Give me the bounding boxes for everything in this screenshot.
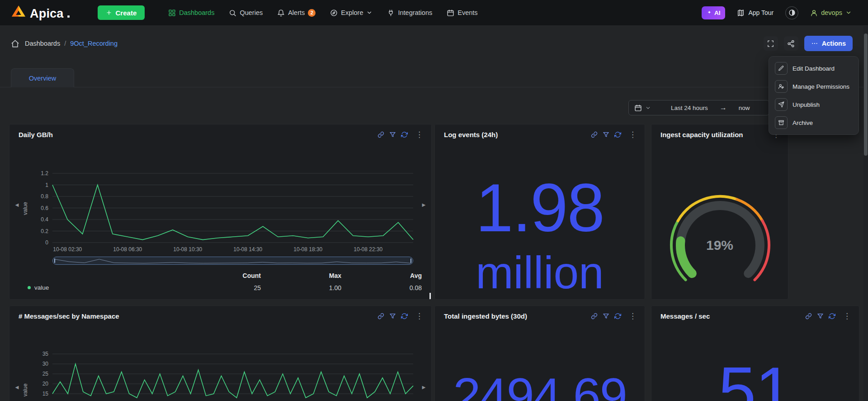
chart-prev-arrow[interactable]: ◄ <box>13 200 21 209</box>
brush-handle-right[interactable] <box>410 258 411 263</box>
main-nav: Dashboards Queries Alerts 2 Explore Inte… <box>168 9 477 17</box>
panel-messages-per-sec: Messages / sec ⋮ 51 <box>651 306 859 401</box>
panel-refresh-icon[interactable] <box>614 313 621 320</box>
nav-item-dashboards[interactable]: Dashboards <box>168 9 214 17</box>
user-menu[interactable]: devops <box>810 9 852 17</box>
menu-item-unpublish[interactable]: Unpublish <box>772 95 856 114</box>
integrations-icon <box>387 9 395 17</box>
breadcrumb-row: Dashboards / 9Oct_Recording Actions <box>0 34 868 53</box>
chart-next-arrow[interactable]: ► <box>420 200 428 209</box>
app-tour-button[interactable]: App Tour <box>737 9 774 17</box>
expand-icon <box>767 40 774 48</box>
dashboard-toolbar: Actions <box>764 36 853 51</box>
menu-item-edit-dashboard[interactable]: Edit Dashboard <box>772 59 856 77</box>
actions-button-label: Actions <box>822 40 846 47</box>
panel-link-icon[interactable] <box>377 131 384 138</box>
search-icon <box>229 9 236 17</box>
scrollbar-thumb[interactable] <box>864 33 868 156</box>
table-row[interactable]: value 25 1.00 0.08 <box>28 282 422 294</box>
daily-gb-line-chart: 00.20.40.60.811.210-08 02:3010-08 06:301… <box>9 170 432 255</box>
breadcrumb-current[interactable]: 9Oct_Recording <box>70 40 118 47</box>
share-button[interactable] <box>784 36 798 51</box>
series-name: value <box>34 284 49 291</box>
panel-kebab-menu[interactable]: ⋮ <box>414 131 425 138</box>
menu-item-manage-permissions[interactable]: Manage Permissions <box>772 77 856 95</box>
panel-resize-handle[interactable] <box>429 293 431 300</box>
panel-log-events: Log events (24h) ⋮ 1.98 million <box>434 124 645 300</box>
panel-refresh-icon[interactable] <box>829 313 835 320</box>
panel-refresh-icon[interactable] <box>401 131 408 138</box>
big-number-block: 2494.69 <box>435 371 645 401</box>
panel-drilldown-icon[interactable] <box>389 313 396 320</box>
theme-toggle[interactable] <box>785 6 798 19</box>
panel-drilldown-icon[interactable] <box>389 131 396 138</box>
panel-drilldown-icon[interactable] <box>603 313 609 320</box>
panel-link-icon[interactable] <box>591 313 598 320</box>
breadcrumb-dashboards[interactable]: Dashboards <box>25 40 60 47</box>
page-scrollbar <box>863 26 868 401</box>
edit-icon <box>775 62 788 75</box>
events-icon <box>447 9 454 17</box>
panel-kebab-menu[interactable]: ⋮ <box>627 131 638 138</box>
svg-text:10-08 14:30: 10-08 14:30 <box>233 246 262 253</box>
actions-button[interactable]: Actions <box>804 36 853 51</box>
panel-kebab-menu[interactable]: ⋮ <box>627 312 638 320</box>
home-icon[interactable] <box>11 39 19 48</box>
apica-logo[interactable]: Apica <box>11 5 70 21</box>
panel-drilldown-icon[interactable] <box>603 131 609 138</box>
chart-brush-scrollbar[interactable] <box>52 257 413 265</box>
panel-refresh-icon[interactable] <box>614 131 621 138</box>
svg-text:1: 1 <box>45 182 48 188</box>
svg-text:10-08 18:30: 10-08 18:30 <box>293 246 322 253</box>
nav-item-queries[interactable]: Queries <box>229 9 263 17</box>
panel-refresh-icon[interactable] <box>401 313 408 320</box>
dashboards-grid-icon <box>168 9 176 17</box>
panel-title: Log events (24h) <box>444 131 498 138</box>
time-range-end[interactable]: now <box>739 105 750 111</box>
svg-text:35: 35 <box>42 351 49 357</box>
menu-item-label: Manage Permissions <box>793 83 849 90</box>
user-menu-label: devops <box>821 9 842 16</box>
panel-daily-gb: Daily GB/h ⋮ value 00.20.40.60.811.210-0… <box>9 124 432 300</box>
col-header-avg: Avg <box>341 272 422 279</box>
panel-link-icon[interactable] <box>377 313 384 320</box>
ellipsis-icon <box>811 40 818 47</box>
breadcrumb-separator: / <box>64 40 66 47</box>
svg-text:0: 0 <box>45 239 48 246</box>
unpublish-icon <box>775 98 788 111</box>
panel-kebab-menu[interactable]: ⋮ <box>841 312 853 320</box>
panel-kebab-menu[interactable]: ⋮ <box>414 312 425 320</box>
menu-item-archive[interactable]: Archive <box>772 114 856 132</box>
total-bytes-value: 2494.69 <box>435 371 645 401</box>
time-range-start[interactable]: Last 24 hours <box>671 105 708 111</box>
create-button[interactable]: Create <box>98 5 145 20</box>
svg-text:0.8: 0.8 <box>41 193 48 200</box>
apica-logo-text: Apica <box>30 7 64 21</box>
nav-item-events[interactable]: Events <box>447 9 477 17</box>
ai-button-label: AI <box>714 10 721 16</box>
svg-text:10-08 06:30: 10-08 06:30 <box>113 246 142 253</box>
chart-next-arrow[interactable]: ► <box>420 383 428 391</box>
svg-text:0.4: 0.4 <box>41 216 48 223</box>
col-header-count: Count <box>180 272 261 279</box>
chevron-down-icon <box>645 105 651 111</box>
panel-link-icon[interactable] <box>591 131 598 138</box>
ai-button[interactable]: AI <box>702 6 726 19</box>
svg-text:10-08 10:30: 10-08 10:30 <box>173 246 202 253</box>
panel-ingest-capacity: Ingest capacity utilization ⋮ 19% <box>651 124 788 300</box>
log-events-value: 1.98 <box>435 174 645 242</box>
chart-prev-arrow[interactable]: ◄ <box>13 383 21 391</box>
svg-text:25: 25 <box>42 371 49 377</box>
panel-drilldown-icon[interactable] <box>817 313 824 320</box>
plus-icon <box>106 10 112 16</box>
user-icon <box>810 9 818 17</box>
menu-item-label: Archive <box>793 119 813 126</box>
time-range-picker[interactable]: Last 24 hours → now <box>628 100 769 115</box>
fullscreen-button[interactable] <box>764 36 778 51</box>
nav-item-integrations[interactable]: Integrations <box>387 9 432 17</box>
nav-item-explore[interactable]: Explore <box>330 9 373 17</box>
nav-item-alerts[interactable]: Alerts 2 <box>277 9 316 17</box>
panel-link-icon[interactable] <box>805 313 812 320</box>
tab-overview[interactable]: Overview <box>11 68 74 87</box>
brush-handle-left[interactable] <box>54 258 55 263</box>
